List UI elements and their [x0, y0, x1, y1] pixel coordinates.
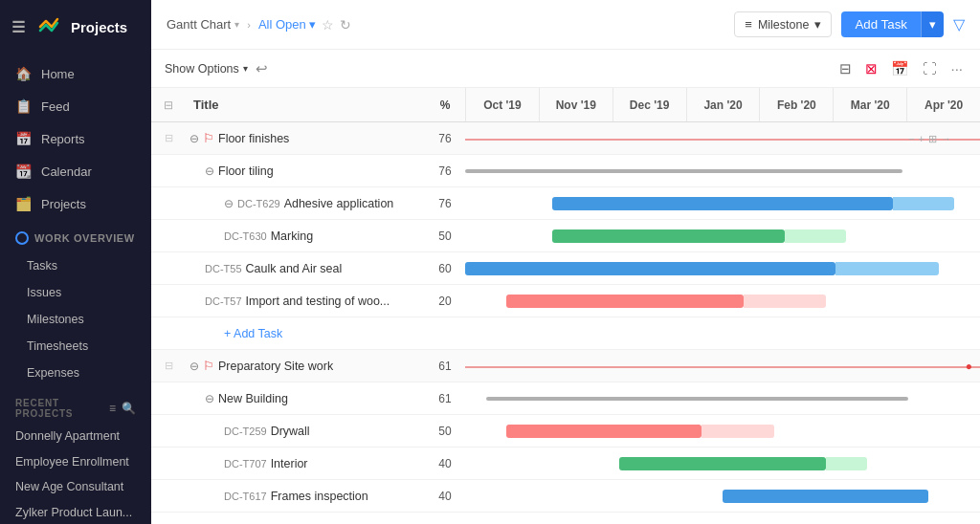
add-task-button-group: Add Task ▾ [841, 11, 944, 37]
breadcrumb: Gantt Chart ▾ › All Open ▾ ☆ ↻ [167, 17, 351, 33]
sidebar-item-issues[interactable]: Issues [0, 279, 151, 306]
row-left-dct617: DC-T617 Frames inspection 40 [151, 490, 465, 503]
row-title-new-building: ⊖ New Building [186, 392, 425, 405]
gantt-body: ⊟ ⊖ ⚐ Floor finishes 76 − + ⊞ → [151, 122, 980, 524]
row-percent: 60 [425, 262, 465, 275]
expand-icon[interactable]: ⊖ [224, 197, 234, 210]
row-chart-dct617 [465, 480, 980, 513]
home-icon: 🏠 [15, 66, 32, 81]
table-row: ⊟ ⊖ ⚐ Preparatory Site work 61 ● [151, 350, 980, 382]
gantt-timeline-header: Oct '19 Nov '19 Dec '19 Jan '20 Feb '20 … [465, 88, 980, 121]
expand-icon[interactable]: ⊖ [205, 164, 214, 178]
row-chart-add-task [465, 317, 980, 350]
month-mar20: Mar '20 [833, 88, 906, 121]
sidebar-item-tasks[interactable]: Tasks [0, 252, 151, 279]
sidebar-item-expenses[interactable]: Expenses [0, 360, 151, 386]
sidebar-item-timesheets[interactable]: Timesheets [0, 333, 151, 360]
search-icon[interactable]: 🔍 [122, 402, 136, 415]
breadcrumb-all-open[interactable]: All Open ▾ [258, 17, 316, 32]
milestone-button[interactable]: ≡ Milestone ▾ [734, 11, 832, 37]
row-percent: 40 [425, 457, 465, 470]
recent-projects-header: RECENT PROJECTS ≡ 🔍 [0, 386, 151, 423]
breadcrumb-gantt-chart[interactable]: Gantt Chart ▾ [167, 17, 239, 32]
milestone-lines-icon: ≡ [745, 17, 752, 32]
project-item-newage[interactable]: New Age Consultant [0, 473, 151, 499]
row-chart-dct55 [465, 252, 980, 285]
row-title-dct259: DC-T259 Drywall [186, 425, 425, 438]
expand-icon[interactable]: ⊖ [189, 132, 199, 145]
arrow-btn[interactable]: → [941, 132, 951, 144]
project-item-zylker[interactable]: Zylker Product Laun... [0, 499, 151, 525]
list-view-icon[interactable]: ≡ [109, 402, 116, 415]
add-task-dropdown-button[interactable]: ▾ [921, 11, 944, 37]
row-title-dct57: DC-T57 Import and testing of woo... [186, 295, 425, 308]
main-content: Gantt Chart ▾ › All Open ▾ ☆ ↻ ≡ Milesto… [151, 0, 980, 524]
col-percent-header: % [425, 98, 465, 112]
grid-btn[interactable]: ⊞ [928, 132, 937, 144]
table-row: DC-T259 Drywall 50 [151, 415, 980, 448]
row-left-preparatory: ⊟ ⊖ ⚐ Preparatory Site work 61 [151, 359, 465, 373]
sidebar-item-home[interactable]: 🏠 Home [0, 57, 151, 90]
row-percent: 50 [425, 229, 465, 243]
row-percent: 76 [425, 164, 465, 178]
project-item-employee[interactable]: Employee Enrollment [0, 448, 151, 474]
refresh-icon[interactable]: ↻ [340, 17, 351, 33]
sidebar-item-projects[interactable]: 🗂️ Projects [0, 187, 151, 220]
gantt-chart-view-icon[interactable]: ⊠ [861, 56, 881, 81]
row-title-dct707: DC-T707 Interior [186, 457, 425, 470]
project-item-donnelly[interactable]: Donnelly Apartment [0, 423, 151, 448]
work-overview-section: WORK OVERVIEW [0, 224, 151, 252]
more-options-icon[interactable]: ··· [947, 56, 967, 80]
row-title-add-task: + Add Task [186, 327, 425, 340]
plus-btn[interactable]: + [919, 132, 924, 144]
sidebar-item-milestones[interactable]: Milestones [0, 306, 151, 333]
top-bar: Gantt Chart ▾ › All Open ▾ ☆ ↻ ≡ Milesto… [151, 0, 980, 50]
work-overview-circle [15, 231, 29, 245]
table-row: ⊖ New Building 61 [151, 382, 980, 415]
undo-icon[interactable]: ↩ [256, 60, 268, 77]
row-left-new-building: ⊖ New Building 61 [151, 392, 465, 405]
sidebar-item-feed[interactable]: 📋 Feed [0, 90, 151, 122]
toolbar-left: Show Options ▾ ↩ [165, 60, 268, 77]
expand-icon[interactable]: ⊖ [189, 360, 199, 373]
gantt-chart: ⊟ Title % Oct '19 Nov '19 Dec '19 Jan '2… [151, 88, 980, 524]
calendar-icon: 📆 [15, 164, 32, 179]
favorite-icon[interactable]: ☆ [322, 17, 334, 33]
row-percent: 61 [425, 392, 465, 405]
row-left-dct57: DC-T57 Import and testing of woo... 20 [151, 295, 465, 308]
row-title-floor-tiling: ⊖ Floor tiling [186, 164, 425, 178]
month-oct19: Oct '19 [465, 88, 539, 121]
row-left-dct630: DC-T630 Marking 50 [151, 229, 465, 243]
filter-icon[interactable]: ▽ [953, 15, 965, 33]
row-chart-dct630 [465, 220, 980, 252]
add-task-link[interactable]: + Add Task [224, 327, 282, 340]
expand-icon[interactable]: ⊖ [205, 392, 214, 405]
col-title-header: Title [186, 98, 425, 112]
add-task-main-button[interactable]: Add Task [841, 11, 921, 37]
hamburger-icon[interactable]: ☰ [11, 18, 25, 36]
calendar-view-icon[interactable]: 📅 [887, 56, 913, 81]
sidebar-item-calendar[interactable]: 📆 Calendar [0, 155, 151, 187]
row-title-floor-finishes: ⊖ ⚐ Floor finishes [186, 131, 425, 145]
projects-icon: 🗂️ [15, 196, 32, 211]
sidebar-nav: 🏠 Home 📋 Feed 📅 Reports 📆 Calendar 🗂️ Pr… [0, 54, 151, 224]
sidebar-item-reports[interactable]: 📅 Reports [0, 122, 151, 155]
reports-icon: 📅 [15, 131, 32, 146]
show-options-button[interactable]: Show Options ▾ [165, 62, 248, 76]
toolbar: Show Options ▾ ↩ ⊟ ⊠ 📅 ⛶ ··· [151, 50, 980, 88]
row-left-add-task: + Add Task [151, 327, 465, 340]
expand-view-icon[interactable]: ⛶ [919, 56, 941, 80]
gantt-rows-icon[interactable]: ⊟ [835, 56, 856, 81]
topbar-right: ≡ Milestone ▾ Add Task ▾ ▽ [734, 11, 965, 37]
row-chart-dct629 [465, 187, 980, 220]
logo-icon [36, 13, 63, 40]
month-jan20: Jan '20 [686, 88, 760, 121]
row-left-dct55: DC-T55 Caulk and Air seal 60 [151, 262, 465, 275]
milestone-icon: ⚐ [203, 359, 214, 373]
add-task-row: + Add Task [151, 317, 980, 350]
minus-btn[interactable]: − [908, 132, 914, 144]
row-check[interactable]: ⊟ [151, 132, 186, 144]
show-options-chevron: ▾ [243, 63, 248, 74]
row-check[interactable]: ⊟ [151, 360, 186, 372]
row-left-floor-finishes: ⊟ ⊖ ⚐ Floor finishes 76 [151, 131, 465, 145]
